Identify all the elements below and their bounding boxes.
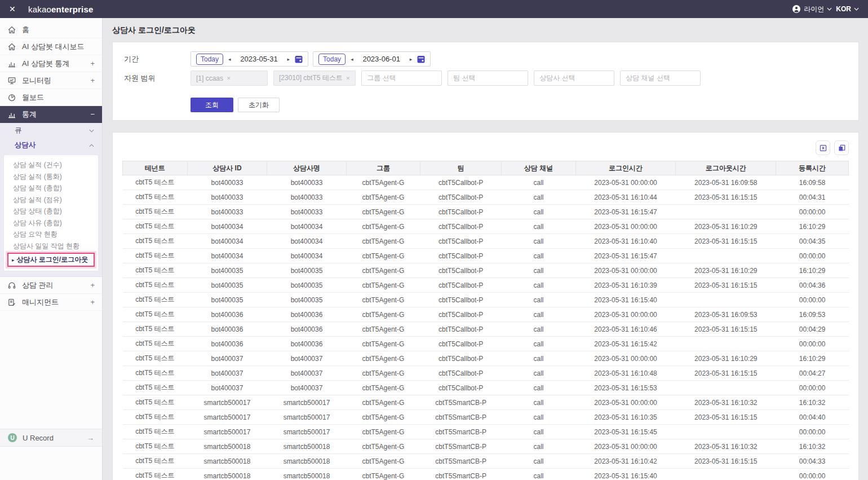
table-cell: 2023-05-31 16:10:48 [575,366,676,381]
table-cell: 2023-05-31 16:10:46 [575,322,676,337]
table-cell: 2023-05-31 00:00:00 [575,351,676,366]
sidebar-item-ai-bot-stats[interactable]: AI 상담봇 통계 + [0,55,102,72]
table-cell: 00:00:00 [776,425,849,439]
table-cell: 16:10:29 [776,351,849,366]
sidebar-subitem[interactable]: 상담 사유 (총합) [4,217,98,229]
table-cell: 2023-05-31 16:10:39 [575,278,676,293]
table-cell: call [502,205,575,219]
excel-download-button[interactable] [816,140,830,155]
table-row: cbtT5 테스트bot400033bot400033cbtT5Agent-Gc… [123,190,849,205]
sidebar-subitem[interactable]: 상담 실적 (총합) [4,182,98,194]
sidebar-subitem[interactable]: 상담 요약 현황 [4,228,98,240]
table-cell: call [502,351,575,366]
table-cell: cbtT5 테스트 [123,234,188,249]
table-cell: cbtT5 테스트 [123,366,188,381]
expand-plus-icon: + [90,59,95,68]
sidebar-subitem-label: 상담사 로그인/로그아웃 [17,255,88,265]
next-day-icon[interactable]: ▸ [287,56,290,62]
sidebar-subitem[interactable]: 상담 실적 (점유) [4,194,98,206]
sidebar-item-ai-bot-dashboard[interactable]: AI 상담봇 대시보드 [0,38,102,55]
table-cell: bot400037 [187,381,267,395]
table-cell: cbtT5 테스트 [123,219,188,234]
table-cell: cbtT5Callbot-P [420,381,502,395]
table-cell: 00:00:00 [776,293,849,307]
sidebar-item-consult-management[interactable]: 상담 관리 + [0,277,102,294]
table-cell: cbtT5SmartCB-P [420,439,502,454]
copy-button[interactable] [834,140,849,155]
table-cell: call [502,293,575,307]
table-cell: cbtT5 테스트 [123,425,188,439]
table-cell: 2023-05-31 16:15:15 [676,410,776,425]
pie-chart-icon [7,93,16,102]
search-button[interactable]: 조회 [191,98,233,112]
table-cell: call [502,337,575,351]
table-cell: 2023-05-31 16:10:35 [575,410,676,425]
chevron-up-icon [89,141,94,149]
calendar-icon[interactable] [417,55,425,63]
table-cell: cbtT5Callbot-P [420,322,502,337]
sidebar: 홈 AI 상담봇 대시보드 AI 상담봇 통계 + 모니터링 + 월보드 통계 … [0,18,103,480]
user-menu[interactable]: 라이언 [792,5,832,14]
locale-selector[interactable]: KOR [836,5,859,13]
table-cell: bot400034 [187,219,267,234]
scope-select[interactable]: 상담사 선택 [534,71,614,86]
date-to-picker[interactable]: Today ◂ 2023-06-01 ▸ [313,51,431,67]
table-cell: cbtT5SmartCB-P [420,469,502,480]
table-cell: 2023-05-31 00:00:00 [575,439,676,454]
column-header: 상담사명 [267,161,346,175]
scope-select[interactable]: 상담 채널 선택 [620,71,701,86]
scope-select[interactable]: 팀 선택 [448,71,528,86]
date-from-picker[interactable]: Today ◂ 2023-05-31 ▸ [191,51,308,67]
sidebar-subitem[interactable]: 상담 실적 (통화) [4,171,98,183]
table-cell: 2023-05-31 16:15:42 [575,337,676,351]
next-day-icon[interactable]: ▸ [410,56,413,62]
table-cell: cbtT5 테스트 [123,439,188,454]
close-icon[interactable]: ✕ [9,5,21,14]
sidebar-item-wallboard[interactable]: 월보드 [0,89,102,106]
submenu-group-label: 상담사 [15,140,36,150]
table-row: cbtT5 테스트bot400034bot400034cbtT5Agent-Gc… [123,219,849,234]
table-row: cbtT5 테스트bot400033bot400033cbtT5Agent-Gc… [123,205,849,219]
table-cell: 00:00:00 [776,205,849,219]
monitor-icon [7,76,16,85]
table-cell: cbtT5SmartCB-P [420,425,502,439]
table-cell: smartcb500017 [187,425,267,439]
table-cell: cbtT5Callbot-P [420,351,502,366]
table-cell [676,469,776,480]
sidebar-item-stats[interactable]: 통계 − [0,106,102,123]
table-cell: call [502,410,575,425]
table-cell: 00:04:27 [776,366,849,381]
period-label: 기간 [124,54,191,64]
table-cell: bot400033 [187,190,267,205]
table-row: cbtT5 테스트bot400037bot400037cbtT5Agent-Gc… [123,351,849,366]
sidebar-item-u-record[interactable]: U U Record → [0,429,102,447]
sidebar-subitem[interactable]: 상담 상태 (총합) [4,205,98,217]
table-cell: cbtT5Agent-G [346,425,420,439]
table-cell: cbtT5Agent-G [346,366,420,381]
table-cell: 2023-05-31 16:10:42 [575,454,676,469]
sidebar-item-management[interactable]: 매니지먼트 + [0,294,102,311]
prev-day-icon[interactable]: ◂ [351,56,353,62]
sidebar-item-monitoring[interactable]: 모니터링 + [0,72,102,89]
table-cell: cbtT5Agent-G [346,337,420,351]
calendar-icon[interactable] [295,55,303,63]
prev-day-icon[interactable]: ◂ [228,56,231,62]
sidebar-subitem-active[interactable]: ▸상담사 로그인/로그아웃 [7,253,95,267]
sidebar-subitem[interactable]: 상담 실적 (건수) [4,159,98,171]
sidebar-item-home[interactable]: 홈 [0,21,102,38]
chevron-down-icon [827,7,832,11]
submenu-group-agent[interactable]: 상담사 [0,138,102,152]
sidebar-subitem[interactable]: 상담사 일일 작업 현황 [4,240,98,252]
today-button[interactable]: Today [318,54,346,65]
reset-button[interactable]: 초기화 [238,98,280,112]
table-cell: smartcb500017 [267,425,346,439]
today-button[interactable]: Today [196,54,223,65]
table-cell: bot400035 [267,278,346,293]
table-cell: smartcb500018 [267,454,346,469]
table-cell: cbtT5Agent-G [346,293,420,307]
table-cell: cbtT5Agent-G [346,307,420,322]
column-header: 팀 [420,161,502,175]
submenu-group-queue[interactable]: 큐 [0,123,102,138]
scope-select[interactable]: 그룹 선택 [361,71,442,86]
table-cell: cbtT5 테스트 [123,263,188,278]
